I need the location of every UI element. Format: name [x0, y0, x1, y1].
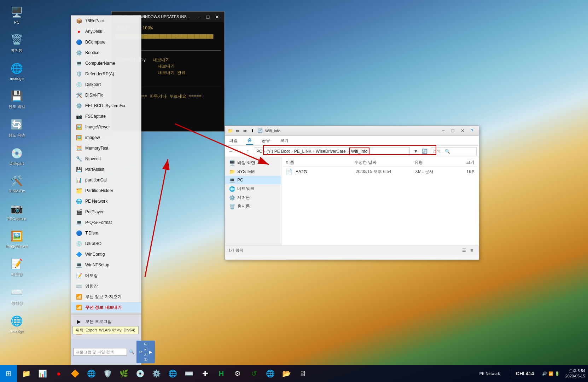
desktop-icon-msedge2[interactable]: 🌐 msedge — [4, 312, 30, 335]
fe-view-list-icon[interactable]: ☰ — [460, 247, 467, 254]
start-search-input[interactable] — [73, 348, 127, 356]
recycle-icon-label: 휴지통 — [11, 48, 23, 53]
desktop-icon-diskpart[interactable]: 💿 Diskpart — [4, 145, 30, 167]
taskbar-pe-network-area[interactable]: PE Network — [470, 365, 509, 382]
desktop-icon-dismfix[interactable]: 🛠️ DISM-Fix — [4, 172, 30, 195]
start-menu-item-memojang[interactable]: 📝 메모장 — [71, 270, 141, 281]
bootice-label: Bootice — [85, 50, 99, 55]
taskbar-item-edge[interactable]: 🌐 — [262, 366, 278, 381]
desktop-icon-msedge[interactable]: 🌐 msedge — [4, 60, 30, 82]
desktop-icon-memojang[interactable]: 📝 메모장 — [4, 255, 30, 278]
desktop-icon-winbackup[interactable]: 💾 윈도 백업 — [4, 87, 30, 111]
start-menu-item-imagew[interactable]: 🖼️ imagew — [71, 132, 141, 143]
start-menu-item-efi[interactable]: ⚙️ EFI_BCD_SystemFix — [71, 100, 141, 111]
fe-sidebar-system[interactable]: 📁 SYSTEM — [225, 167, 281, 176]
fe-refresh-addr-button[interactable]: 🔄 — [421, 147, 429, 155]
taskbar-start-button[interactable]: ⊞ — [0, 365, 17, 382]
taskbar-item-drive[interactable]: 💿 — [132, 366, 148, 381]
fe-sidebar-desktop[interactable]: 🖥️ 바탕 화면 — [225, 158, 281, 167]
start-menu-item-pqs[interactable]: 💻 P-Q-S-Format — [71, 217, 141, 228]
start-menu-item-fscapture[interactable]: 📷 FSCapture — [71, 111, 141, 122]
taskbar-item-red[interactable]: ● — [51, 366, 66, 381]
start-menu-item-tdism[interactable]: 🔵 T.Dism — [71, 228, 141, 238]
taskbar-item-refresh[interactable]: ↺ — [246, 366, 262, 381]
taskbar-item-taskmgr[interactable]: 📊 — [35, 366, 50, 381]
fe-close-button[interactable]: ✕ — [458, 126, 467, 135]
fe-help-button[interactable]: ? — [467, 126, 477, 135]
taskbar-item-folder2[interactable]: 📂 — [279, 366, 294, 381]
fe-sidebar-pc[interactable]: 💻 PC — [225, 176, 281, 184]
start-menu-item-wireless-import[interactable]: 📶 무선 정보 가져오기 — [71, 291, 141, 302]
fe-sidebar-network[interactable]: 🌐 네트워크 — [225, 184, 281, 193]
fe-sidebar-controlpanel-icon: ⚙️ — [229, 195, 235, 201]
fe-sidebar-system-label: SYSTEM — [237, 169, 255, 174]
tray-icon-battery[interactable]: 🔋 — [555, 371, 560, 376]
start-menu-item-partitionhidder[interactable]: 🗂️ PartitionHidder — [71, 185, 141, 196]
desktop-icon-pc[interactable]: 🖥️ PC — [4, 4, 30, 26]
start-menu-item-bootice[interactable]: ⚙️ Bootice — [71, 47, 141, 58]
fe-minimize-button[interactable]: − — [439, 126, 448, 135]
taskbar-item-h[interactable]: H — [214, 366, 229, 381]
fe-tab-file[interactable]: 파일 — [228, 137, 239, 144]
fe-tab-home[interactable]: 홈 — [246, 137, 253, 145]
start-menu-item-partitioncal[interactable]: 📊 partitionCal — [71, 175, 141, 185]
cmd-close-button[interactable]: ✕ — [213, 13, 221, 21]
start-menu-item-dismfix[interactable]: 🛠️ DISM-Fix — [71, 90, 141, 100]
taskbar-chi-area[interactable]: CHI 414 — [511, 365, 539, 382]
taskbar-item-shield[interactable]: 🛡️ — [100, 366, 115, 381]
taskbar-item-filemanager[interactable]: 📁 — [18, 366, 34, 381]
fe-search-box[interactable]: 검색... 🔍 — [431, 147, 477, 155]
fe-tab-share[interactable]: 공유 — [260, 137, 272, 144]
fe-sidebar-controlpanel[interactable]: ⚙️ 제어판 — [225, 193, 281, 202]
taskbar-item-green[interactable]: 🌿 — [116, 366, 132, 381]
desktop-icon-myeongjang[interactable]: ⌨️ 명령장 — [4, 284, 30, 307]
restart-button[interactable]: ⟳ 다시 시작 ▶ — [136, 341, 155, 363]
start-search-icon[interactable]: 🔍 — [129, 349, 134, 354]
fe-tab-view[interactable]: 보기 — [279, 137, 290, 144]
taskbar-clock[interactable]: 오후 6:54 2020-05-15 — [563, 368, 588, 379]
fe-dropdown-button[interactable]: ▼ — [412, 147, 420, 155]
fe-file-item-aa2g[interactable]: 📄 AA2G 20/05/15 오후 6:54 XML 문서 1KB — [283, 167, 477, 176]
cmd-minimize-button[interactable]: − — [194, 13, 203, 21]
taskbar-item-browser[interactable]: 🌐 — [83, 366, 99, 381]
start-menu-item-ultraiso[interactable]: 💿 UltraISO — [71, 238, 141, 249]
fe-up-button[interactable]: ↑ — [244, 147, 252, 155]
start-menu-item-memorytest[interactable]: 🧮 MemoryTest — [71, 143, 141, 154]
desktop-icon-fscapture[interactable]: 📷 FSCapture — [4, 200, 30, 222]
tray-icon-sound[interactable]: 🔊 — [542, 371, 547, 376]
start-menu-item-imageviewer[interactable]: 🖼️ ImageViewer — [71, 122, 141, 132]
taskbar-item-cross[interactable]: ✚ — [197, 366, 213, 381]
start-menu-item-partassist[interactable]: 💾 PartAssist — [71, 164, 141, 175]
start-menu-item-wireless-export[interactable]: 📶 무선 정보 내보내기 — [71, 302, 141, 313]
start-menu-item-potplayer[interactable]: 🎬 PotPlayer — [71, 207, 141, 217]
taskbar-item-network[interactable]: 🌐 — [165, 366, 180, 381]
desktop-icon-imageviewer[interactable]: 🖼️ ImageViewer — [4, 227, 30, 250]
start-menu-item-bcompare[interactable]: 🔵 BCompare — [71, 37, 141, 47]
taskbar-item-gear[interactable]: ⚙ — [230, 366, 245, 381]
fe-sidebar-recycle[interactable]: 🗑️ 휴지통 — [225, 202, 281, 211]
start-menu-all-programs[interactable]: ▶ 모든 프로그램 — [71, 316, 141, 327]
taskbar-item-terminal[interactable]: ⌨️ — [181, 366, 197, 381]
fe-view-detail-icon[interactable]: ≡ — [468, 247, 475, 254]
start-menu-item-pe-network[interactable]: 🌐 PE Network — [71, 196, 141, 207]
cmd-maximize-button[interactable]: □ — [204, 13, 212, 21]
start-menu-item-diskpart[interactable]: 💿 Diskpart — [71, 79, 141, 90]
tray-icon-network[interactable]: 📶 — [548, 371, 553, 376]
taskbar-item-settings[interactable]: ⚙️ — [149, 366, 164, 381]
fe-forward-button[interactable]: → — [235, 147, 243, 155]
desktop-icon-recycle[interactable]: 🗑️ 휴지통 — [4, 31, 30, 54]
taskbar-item-orange[interactable]: 🔶 — [67, 366, 83, 381]
taskbar-item-monitor[interactable]: 🖥 — [295, 366, 310, 381]
start-menu-item-ntpvedit[interactable]: 🔧 Ntpvedit — [71, 154, 141, 164]
start-menu-item-defenderrpa[interactable]: 🛡️ DefenderRP(A) — [71, 69, 141, 79]
fe-maximize-button[interactable]: □ — [448, 126, 458, 135]
start-menu-item-winntsetup[interactable]: 💻 WinNTSetup — [71, 260, 141, 270]
start-menu-item-wincontig[interactable]: 🔷 WinContig — [71, 249, 141, 260]
start-menu-item-myeongjang[interactable]: ⌨️ 명령장 — [71, 281, 141, 291]
start-menu-item-anydesk[interactable]: ● AnyDesk — [71, 26, 141, 37]
start-menu-item-78repack[interactable]: 📦 78RePack — [71, 16, 141, 26]
desktop-icon-winrestore[interactable]: 🔄 윈도 복원 — [4, 116, 30, 139]
fe-address-path[interactable]: PC › (Y:) PE Boot › PE_LINK › WiseDriver… — [254, 147, 410, 155]
start-menu-item-computername[interactable]: 💻 ComputerName — [71, 58, 141, 69]
fe-back-button[interactable]: ← — [227, 147, 235, 155]
